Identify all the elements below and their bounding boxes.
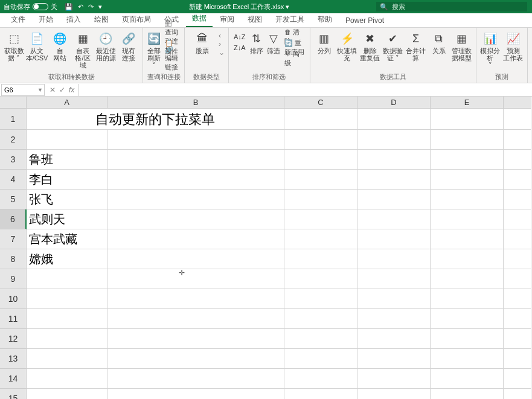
cell[interactable]	[504, 229, 531, 249]
row-header[interactable]: 4	[0, 170, 27, 190]
fx-icon[interactable]: fx	[69, 86, 74, 94]
tab-帮助[interactable]: 帮助	[312, 12, 338, 27]
filter-button[interactable]: ▽ 筛选	[266, 29, 281, 54]
cell[interactable]	[284, 289, 357, 309]
cell[interactable]: 武则天	[27, 209, 107, 229]
cell[interactable]	[357, 289, 431, 309]
forecast-btn-0[interactable]: 📊模拟分析˅	[480, 29, 501, 69]
tab-视图[interactable]: 视图	[242, 12, 268, 27]
row-header[interactable]: 11	[0, 309, 27, 329]
row-header[interactable]: 6	[0, 209, 27, 229]
row-header[interactable]: 9	[0, 269, 27, 289]
cell[interactable]	[27, 130, 107, 150]
cell[interactable]	[504, 130, 531, 150]
tab-页面布局[interactable]: 页面布局	[116, 12, 157, 27]
cell[interactable]	[284, 349, 357, 369]
cell[interactable]	[431, 109, 504, 130]
get-data-btn-5[interactable]: 🔗现有连接	[118, 29, 139, 62]
search-box[interactable]: 🔍 搜索	[376, 2, 527, 11]
cell[interactable]	[431, 309, 504, 329]
cell[interactable]	[357, 349, 431, 369]
row-header[interactable]: 10	[0, 289, 27, 309]
sort-button[interactable]: ⇅ 排序	[249, 29, 264, 54]
tab-绘图[interactable]: 绘图	[88, 12, 115, 27]
cell[interactable]	[357, 269, 431, 289]
queries-item-2[interactable]: 🔗 编辑链接	[164, 53, 181, 64]
sort-desc-button[interactable]: Z↓A	[232, 42, 247, 53]
chevron-down-icon[interactable]: ▼	[37, 87, 43, 93]
tab-开发工具[interactable]: 开发工具	[269, 12, 310, 27]
cell[interactable]	[27, 389, 107, 399]
cell[interactable]	[504, 309, 531, 329]
cell[interactable]	[107, 249, 284, 269]
cell[interactable]	[284, 109, 357, 130]
tab-开始[interactable]: 开始	[33, 12, 59, 27]
datatool-btn-6[interactable]: ▦管理数据模型	[452, 29, 472, 62]
cell[interactable]	[284, 329, 357, 349]
col-header[interactable]: B	[107, 97, 284, 109]
cell[interactable]: 李白	[27, 170, 107, 190]
cell[interactable]	[504, 249, 531, 269]
cell[interactable]	[107, 229, 284, 249]
cell[interactable]	[107, 269, 284, 289]
cell[interactable]	[107, 170, 284, 190]
cell[interactable]	[504, 269, 531, 289]
sort-asc-button[interactable]: A↓Z	[232, 31, 247, 42]
cell[interactable]	[431, 269, 504, 289]
undo-icon[interactable]: ↶	[78, 3, 83, 11]
cell[interactable]	[431, 369, 504, 389]
cell[interactable]	[357, 150, 431, 170]
row-header[interactable]: 3	[0, 150, 27, 170]
select-all-corner[interactable]	[0, 97, 27, 109]
cell[interactable]	[27, 349, 107, 369]
tab-Power Pivot[interactable]: Power Pivot	[339, 14, 390, 27]
datatool-btn-0[interactable]: ▥分列	[314, 29, 335, 54]
cell[interactable]	[357, 229, 431, 249]
cell[interactable]	[357, 329, 431, 349]
cell[interactable]	[504, 109, 531, 130]
col-header[interactable]: C	[284, 97, 357, 109]
cell[interactable]	[107, 190, 284, 209]
cancel-icon[interactable]: ✕	[50, 86, 56, 94]
cell[interactable]	[284, 309, 357, 329]
cell[interactable]	[357, 109, 431, 130]
refresh-all-button[interactable]: 🔄 全部刷新 ˅	[147, 29, 161, 69]
cell[interactable]	[431, 190, 504, 209]
cell[interactable]	[357, 190, 431, 209]
get-data-btn-3[interactable]: ▦自表格/区域	[72, 29, 93, 69]
cell[interactable]	[107, 209, 284, 229]
col-header[interactable]: A	[27, 97, 107, 109]
cell[interactable]	[431, 289, 504, 309]
autosave-toggle[interactable]: 自动保存 关	[0, 2, 61, 11]
cell[interactable]	[27, 309, 107, 329]
cell[interactable]	[357, 309, 431, 329]
tab-插入[interactable]: 插入	[60, 12, 87, 27]
cell[interactable]	[431, 229, 504, 249]
cell[interactable]	[504, 369, 531, 389]
cell[interactable]	[27, 289, 107, 309]
cell[interactable]	[431, 170, 504, 190]
row-header[interactable]: 8	[0, 249, 27, 269]
cell[interactable]	[357, 389, 431, 399]
tab-数据[interactable]: 数据	[186, 11, 213, 27]
cell[interactable]	[431, 249, 504, 269]
cell[interactable]	[431, 150, 504, 170]
cell[interactable]	[504, 289, 531, 309]
cell[interactable]	[284, 229, 357, 249]
row-header[interactable]: 12	[0, 329, 27, 349]
stocks-button[interactable]: 🏛 股票	[188, 29, 216, 54]
cell[interactable]	[107, 150, 284, 170]
cell[interactable]	[107, 309, 284, 329]
cell[interactable]	[284, 190, 357, 209]
cell[interactable]	[284, 209, 357, 229]
col-header[interactable]: D	[357, 97, 431, 109]
row-header[interactable]: 7	[0, 229, 27, 249]
cell[interactable]	[27, 329, 107, 349]
cell[interactable]	[504, 170, 531, 190]
tab-审阅[interactable]: 审阅	[214, 12, 240, 27]
forecast-btn-1[interactable]: 📈预测工作表	[503, 29, 524, 62]
cell[interactable]	[504, 209, 531, 229]
row-header[interactable]: 2	[0, 130, 27, 150]
row-header[interactable]: 14	[0, 369, 27, 389]
cell[interactable]: 宫本武藏	[27, 229, 107, 249]
